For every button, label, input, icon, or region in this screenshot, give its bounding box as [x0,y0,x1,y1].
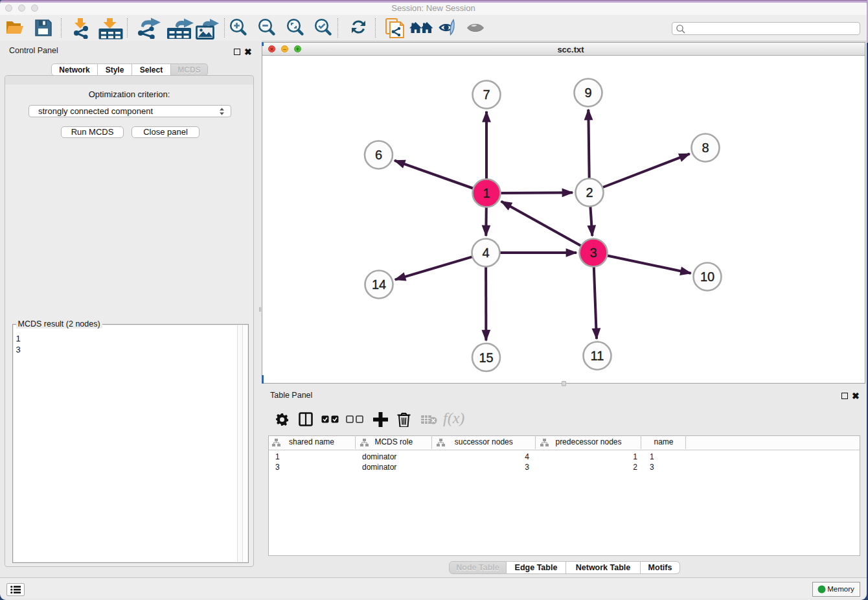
svg-text:10: 10 [700,270,714,284]
svg-text:4: 4 [482,246,489,260]
svg-text:3: 3 [589,246,597,260]
svg-text:9: 9 [584,86,591,100]
svg-text:7: 7 [483,87,490,102]
svg-text:15: 15 [479,351,493,365]
svg-text:11: 11 [591,349,604,363]
svg-text:2: 2 [586,185,593,200]
svg-text:6: 6 [375,148,382,162]
svg-text:8: 8 [702,141,709,155]
svg-text:1: 1 [483,186,490,200]
svg-text:14: 14 [372,277,386,292]
